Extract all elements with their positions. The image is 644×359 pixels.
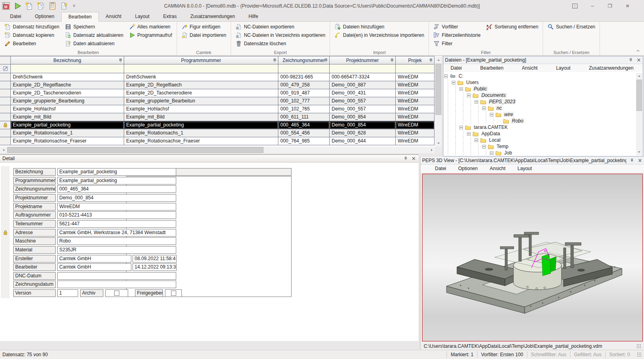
field-value-maschine[interactable]: Robo bbox=[57, 237, 176, 245]
tree-item-temp[interactable]: Temp bbox=[444, 143, 636, 150]
ribbon-button-programmaufruf[interactable]: Programmaufruf bbox=[128, 32, 173, 39]
table-row[interactable]: Example_mit_BildExample_mit_Bild000_611_… bbox=[0, 113, 442, 121]
files-menu-layout[interactable]: Layout bbox=[556, 65, 570, 71]
ribbon-button-nc-dateien-exportieren[interactable]: NC-Dateien exportieren bbox=[234, 23, 326, 30]
ribbon-button-filterzeilenhistorie[interactable]: Filterzeilenhistorie bbox=[432, 32, 482, 39]
ribbon-button-nc-dateien-in-verzeichnis-exportieren[interactable]: NC-Dateien in Verzeichnis exportieren bbox=[234, 32, 326, 39]
archiv-checkbox-cell[interactable] bbox=[105, 289, 128, 297]
column-header-bezeichnung[interactable]: Bezeichnung bbox=[11, 56, 124, 64]
cell-bezeichnung[interactable]: Example_2D_Regelflaeche bbox=[11, 81, 124, 89]
cell-programmnummer[interactable]: Example_2D_Regelflaech bbox=[124, 81, 278, 89]
qat-copy-record-button[interactable] bbox=[37, 2, 45, 10]
close-icon[interactable] bbox=[638, 158, 642, 163]
cell-zeichnungsnummer[interactable]: 000_479_258 bbox=[278, 81, 330, 89]
tree-collapse-toggle[interactable] bbox=[482, 145, 486, 148]
column-header-projektnummer[interactable]: Projektnummer bbox=[330, 56, 396, 64]
cell-bezeichnung[interactable]: Example_gruppierte_Bearbeitung bbox=[11, 97, 124, 105]
tree-item-job[interactable]: Job bbox=[444, 150, 636, 155]
field-value-adresse[interactable]: Camtek GmbH, Werkstrasse 24, 71384 Weins… bbox=[57, 229, 176, 237]
column-pin-icon[interactable] bbox=[390, 58, 394, 63]
field-value-projektnummer[interactable]: Demo_000_854 bbox=[57, 194, 176, 202]
tree-collapse-toggle[interactable] bbox=[452, 81, 455, 84]
tree-item-c-[interactable]: C: bbox=[444, 73, 636, 79]
column-pin-icon[interactable] bbox=[118, 58, 123, 63]
field-value-teilenummer[interactable]: 5621-447 bbox=[57, 220, 176, 228]
close-icon[interactable] bbox=[411, 156, 416, 161]
maximize-button[interactable]: ❐ bbox=[606, 2, 614, 10]
field-value-programmnummer[interactable]: Example_partial_pocketing bbox=[57, 177, 176, 185]
field-value-auftragsnummer[interactable]: 010-5221-4413 bbox=[57, 211, 176, 219]
row-header-cell[interactable] bbox=[0, 89, 11, 97]
cell-projektname[interactable]: WireEDM bbox=[396, 73, 435, 81]
tab-optionen[interactable]: Optionen bbox=[28, 12, 61, 21]
tree-item-local[interactable]: Local bbox=[444, 137, 636, 143]
cell-projektnummer[interactable]: Demo_000_557 bbox=[330, 97, 396, 105]
ribbon-button-dateien-hinzufügen[interactable]: Dateien hinzufügen bbox=[333, 23, 425, 30]
tab-extras[interactable]: Extras bbox=[156, 12, 183, 21]
cell-projektnummer[interactable]: Demo_000_854 bbox=[330, 113, 396, 121]
tree-item-tarara-camtek[interactable]: tarara.CAMTEK bbox=[444, 124, 636, 130]
cell-projektnummer[interactable]: Demo_000_887 bbox=[330, 81, 396, 89]
column-header-zeichnungsnummer[interactable]: Zeichnungsnummer bbox=[278, 56, 330, 64]
cell-projektname[interactable]: WireEDM bbox=[396, 105, 435, 113]
cell-projektnummer[interactable]: 000-665477-3324 bbox=[330, 73, 396, 81]
ribbon-button-datei-en-in-verzeichnisse-importieren[interactable]: Datei(en) in Verzeichnisse importieren bbox=[333, 32, 425, 39]
cell-zeichnungsnummer[interactable]: 000_554_456 bbox=[278, 129, 330, 137]
cell-programmnummer[interactable]: Example_Hohlachsf bbox=[124, 105, 278, 113]
table-row[interactable]: DrehSchwenkDrehSchwenk000-98231-665000-6… bbox=[0, 73, 442, 81]
field-date-ersteller[interactable]: 08.09.2022 11:58:4 bbox=[133, 255, 177, 263]
statusbar-resize-grip[interactable] bbox=[637, 352, 642, 357]
tab-zusatzanwendungen[interactable]: Zusatzanwendungen bbox=[183, 12, 242, 21]
pin-icon[interactable] bbox=[628, 58, 633, 62]
field-value-material[interactable]: S235JR bbox=[57, 246, 176, 254]
tree-vertical-scrollbar[interactable] bbox=[636, 73, 642, 155]
freigegeben-checkbox-cell[interactable] bbox=[165, 289, 182, 297]
table-row[interactable]: Example_HohlachsfExample_Hohlachsf000_10… bbox=[0, 105, 442, 113]
tree-collapse-toggle[interactable] bbox=[490, 113, 493, 116]
ribbon-button-datensatz-aktualisieren[interactable]: Datensatz aktualisieren bbox=[64, 32, 125, 39]
filter-cell[interactable] bbox=[396, 64, 435, 73]
field-value-ersteller[interactable]: Camtek GmbH bbox=[57, 255, 131, 263]
cell-bezeichnung[interactable]: Example_Rotationsachse_1 bbox=[11, 129, 124, 137]
cell-projektname[interactable]: WireEDM bbox=[396, 97, 435, 105]
tree-item-nc[interactable]: nc bbox=[444, 105, 636, 111]
grid-vertical-scrollbar[interactable] bbox=[435, 56, 442, 146]
ribbon-button-alles-markieren[interactable]: Alles markieren bbox=[128, 23, 173, 30]
scroll-up-button[interactable] bbox=[435, 56, 442, 63]
tree-vscroll-thumb[interactable] bbox=[636, 80, 642, 111]
cell-projektnummer[interactable]: Demo_000_628 bbox=[330, 129, 396, 137]
column-pin-icon[interactable] bbox=[429, 58, 433, 63]
field-value-bearbeiter[interactable]: Camtek GmbH bbox=[57, 263, 131, 271]
files-menu-ansicht[interactable]: Ansicht bbox=[522, 65, 537, 71]
pin-icon[interactable] bbox=[403, 156, 408, 161]
version-value[interactable]: 1 bbox=[57, 289, 78, 297]
filter-cell[interactable] bbox=[330, 64, 396, 73]
table-row[interactable]: Example_2D_TaschenerodierenExample_2D_Ta… bbox=[0, 89, 442, 97]
ribbon-button-sortierung-entfernen[interactable]: Sortierung entfernen bbox=[485, 23, 539, 30]
tree-item-documents[interactable]: Documents bbox=[444, 92, 636, 98]
cell-zeichnungsnummer[interactable]: 000_102_777 bbox=[278, 97, 330, 105]
cell-bezeichnung[interactable]: Example_partial_pocketing bbox=[11, 121, 124, 129]
table-row[interactable]: Example_Rotationsachse_FraeserExample_Ro… bbox=[0, 137, 442, 145]
row-header-cell[interactable] bbox=[0, 81, 11, 89]
row-header-cell[interactable] bbox=[0, 97, 11, 105]
qat-run-button[interactable] bbox=[14, 2, 22, 10]
tree-item-appdata[interactable]: AppData bbox=[444, 130, 636, 137]
tab-hilfe[interactable]: Hilfe bbox=[242, 12, 265, 21]
cell-bezeichnung[interactable]: Example_Rotationsachse_Fraeser bbox=[11, 137, 124, 145]
minimize-button[interactable]: – bbox=[589, 2, 596, 10]
cell-zeichnungsnummer[interactable]: 000-98231-665 bbox=[278, 73, 330, 81]
column-pin-icon[interactable] bbox=[324, 58, 328, 63]
tree-collapse-toggle[interactable] bbox=[467, 94, 471, 97]
scroll-up-button[interactable] bbox=[636, 73, 642, 79]
qat-task-list-button[interactable] bbox=[48, 2, 56, 10]
grid-hscroll-thumb[interactable] bbox=[7, 147, 264, 153]
tab-datei[interactable]: Datei bbox=[3, 12, 28, 21]
cell-bezeichnung[interactable]: Example_mit_Bild bbox=[11, 113, 124, 121]
cell-programmnummer[interactable]: DrehSchwenk bbox=[124, 73, 278, 81]
grid-horizontal-scrollbar[interactable] bbox=[0, 146, 435, 153]
qat-update-data-button[interactable] bbox=[60, 2, 68, 10]
files-menu-zusatzanwendungen[interactable]: Zusatzanwendungen bbox=[589, 65, 633, 71]
grid-vscroll-thumb[interactable] bbox=[435, 64, 441, 115]
peps-menu-layout[interactable]: Layout bbox=[517, 166, 532, 171]
